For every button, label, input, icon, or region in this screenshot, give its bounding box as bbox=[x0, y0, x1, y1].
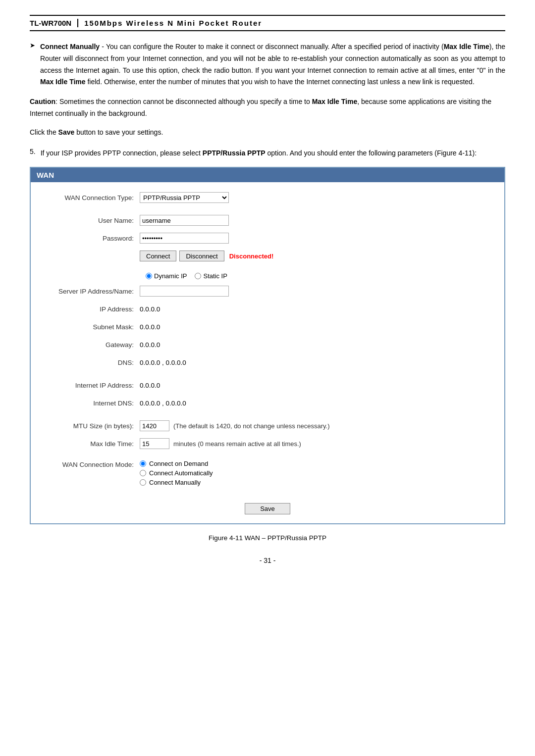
dns-row: DNS: 0.0.0.0 , 0.0.0.0 bbox=[41, 356, 494, 369]
max-idle-time-ref1: Max Idle Time bbox=[444, 43, 489, 50]
subnet-mask-row: Subnet Mask: 0.0.0.0 bbox=[41, 320, 494, 333]
connect-button[interactable]: Connect bbox=[140, 251, 176, 261]
max-idle-label: Max Idle Time: bbox=[41, 440, 140, 448]
save-row: Save bbox=[41, 503, 494, 514]
internet-ip-label: Internet IP Address: bbox=[41, 382, 140, 389]
internet-dns-label: Internet DNS: bbox=[41, 400, 140, 407]
connect-buttons-row: Connect Disconnect Disconnected! bbox=[41, 250, 494, 262]
server-ip-row: Server IP Address/Name: bbox=[41, 285, 494, 298]
password-input[interactable] bbox=[140, 233, 229, 244]
subnet-mask-value: 0.0.0.0 bbox=[140, 323, 160, 331]
dynamic-ip-radio[interactable] bbox=[146, 273, 152, 279]
dynamic-ip-label: Dynamic IP bbox=[154, 272, 187, 280]
caution-label: Caution bbox=[30, 98, 55, 105]
max-idle-row: Max Idle Time: minutes (0 means remain a… bbox=[41, 437, 494, 450]
page-number: - 31 - bbox=[30, 556, 505, 564]
dynamic-ip-option[interactable]: Dynamic IP bbox=[146, 272, 187, 280]
caution-max-idle: Max Idle Time bbox=[312, 98, 358, 105]
page-header: TL-WR700N 150Mbps Wireless N Mini Pocket… bbox=[30, 15, 505, 31]
connect-manually-section: ➤ Connect Manually - You can configure t… bbox=[30, 41, 505, 88]
save-button[interactable]: Save bbox=[245, 503, 290, 514]
dns-value: 0.0.0.0 , 0.0.0.0 bbox=[140, 359, 186, 366]
max-idle-input[interactable] bbox=[140, 438, 169, 449]
connect-manually-text: Connect Manually - You can configure the… bbox=[40, 41, 505, 88]
wan-panel: WAN WAN Connection Type: PPTP/Russia PPT… bbox=[30, 167, 505, 524]
wan-connection-type-label: WAN Connection Type: bbox=[41, 194, 140, 202]
pptp-option-ref: PPTP/Russia PPTP bbox=[203, 149, 266, 157]
mode-demand-label: Connect on Demand bbox=[149, 460, 208, 467]
internet-dns-row: Internet DNS: 0.0.0.0 , 0.0.0.0 bbox=[41, 397, 494, 409]
mtu-input[interactable] bbox=[140, 420, 169, 431]
connect-manually-title: Connect Manually bbox=[40, 43, 100, 50]
internet-dns-value: 0.0.0.0 , 0.0.0.0 bbox=[140, 400, 186, 407]
gateway-value: 0.0.0.0 bbox=[140, 341, 160, 349]
mode-auto-label: Connect Automatically bbox=[149, 469, 213, 477]
model-name: TL-WR700N bbox=[30, 19, 78, 27]
mode-demand-option[interactable]: Connect on Demand bbox=[140, 460, 213, 467]
mtu-note: (The default is 1420, do not change unle… bbox=[173, 422, 330, 430]
server-ip-input[interactable] bbox=[140, 286, 229, 297]
item-text: If your ISP provides PPTP connection, pl… bbox=[41, 148, 477, 159]
ip-address-value: 0.0.0.0 bbox=[140, 305, 160, 313]
ip-address-row: IP Address: 0.0.0.0 bbox=[41, 302, 494, 315]
mode-auto-option[interactable]: Connect Automatically bbox=[140, 469, 213, 477]
wan-connection-mode-label: WAN Connection Mode: bbox=[41, 460, 140, 468]
dns-label: DNS: bbox=[41, 359, 140, 366]
max-idle-note: minutes (0 means remain active at all ti… bbox=[173, 440, 301, 448]
wan-connection-mode-row: WAN Connection Mode: Connect on Demand C… bbox=[41, 460, 494, 486]
password-row: Password: bbox=[41, 232, 494, 245]
connection-mode-options: Connect on Demand Connect Automatically … bbox=[140, 460, 213, 486]
mode-manual-option[interactable]: Connect Manually bbox=[140, 479, 213, 486]
password-label: Password: bbox=[41, 235, 140, 242]
max-idle-time-ref2: Max Idle Time bbox=[40, 78, 86, 86]
product-title: 150Mbps Wireless N Mini Pocket Router bbox=[84, 19, 262, 27]
wan-panel-title: WAN bbox=[31, 168, 504, 182]
save-reference: Save bbox=[58, 128, 75, 136]
ip-address-label: IP Address: bbox=[41, 305, 140, 313]
item-number: 5. bbox=[30, 148, 36, 155]
server-ip-label: Server IP Address/Name: bbox=[41, 288, 140, 295]
wan-connection-type-select[interactable]: PPTP/Russia PPTP bbox=[140, 192, 229, 203]
mode-manual-label: Connect Manually bbox=[149, 479, 201, 486]
numbered-item-5: 5. If your ISP provides PPTP connection,… bbox=[30, 148, 505, 159]
internet-ip-row: Internet IP Address: 0.0.0.0 bbox=[41, 379, 494, 392]
gateway-row: Gateway: 0.0.0.0 bbox=[41, 338, 494, 351]
gateway-label: Gateway: bbox=[41, 341, 140, 349]
internet-ip-value: 0.0.0.0 bbox=[140, 382, 160, 389]
mtu-row: MTU Size (in bytes): (The default is 142… bbox=[41, 419, 494, 432]
mode-manual-radio[interactable] bbox=[140, 479, 146, 486]
mode-auto-radio[interactable] bbox=[140, 470, 146, 476]
click-save-section: Click the Save button to save your setti… bbox=[30, 127, 505, 139]
user-name-input[interactable] bbox=[140, 215, 229, 226]
connection-buttons: Connect Disconnect Disconnected! bbox=[140, 251, 273, 261]
disconnect-button[interactable]: Disconnect bbox=[179, 251, 224, 261]
user-name-label: User Name: bbox=[41, 217, 140, 224]
subnet-mask-label: Subnet Mask: bbox=[41, 323, 140, 331]
static-ip-option[interactable]: Static IP bbox=[195, 272, 227, 280]
static-ip-radio[interactable] bbox=[195, 273, 201, 279]
mode-demand-radio[interactable] bbox=[140, 460, 146, 467]
bullet-arrow-icon: ➤ bbox=[30, 42, 35, 49]
user-name-row: User Name: bbox=[41, 214, 494, 227]
mtu-label: MTU Size (in bytes): bbox=[41, 422, 140, 430]
wan-panel-body: WAN Connection Type: PPTP/Russia PPTP Us… bbox=[31, 182, 504, 523]
disconnected-status: Disconnected! bbox=[229, 252, 274, 260]
caution-section: Caution: Sometimes the connection cannot… bbox=[30, 96, 505, 120]
figure-caption: Figure 4-11 WAN – PPTP/Russia PPTP bbox=[30, 534, 505, 542]
wan-connection-type-row: WAN Connection Type: PPTP/Russia PPTP bbox=[41, 191, 494, 204]
ip-mode-row: Dynamic IP Static IP bbox=[146, 272, 494, 280]
static-ip-label: Static IP bbox=[203, 272, 227, 280]
